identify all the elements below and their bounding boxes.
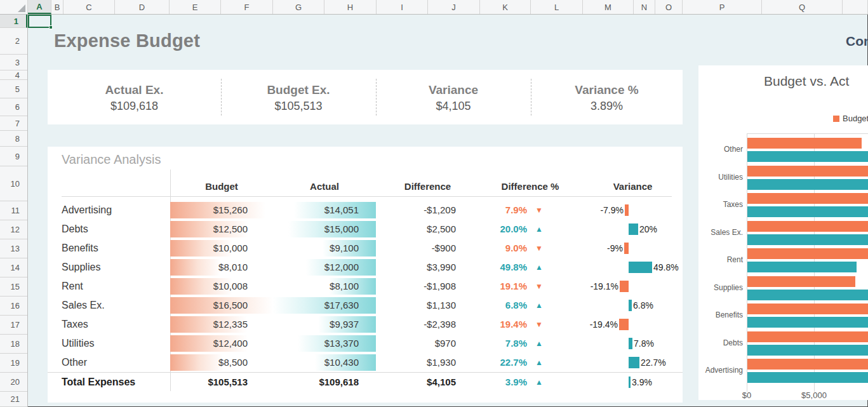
actual-cell[interactable]: $109,618 (273, 373, 376, 392)
difference-cell[interactable]: $1,930 (376, 353, 479, 372)
difference-cell[interactable]: -$1,908 (376, 277, 479, 296)
column-header-E[interactable]: E (170, 0, 221, 14)
variance-cell[interactable]: -19.4% (583, 315, 683, 334)
chart-card[interactable]: Budget vs. Act Budget OtherUtilitiesTaxe… (698, 65, 868, 400)
budget-cell[interactable]: $15,260 (170, 201, 273, 220)
row-label[interactable]: Supplies (62, 258, 168, 277)
difference-cell[interactable]: $2,500 (376, 220, 479, 239)
column-header-H[interactable]: H (324, 0, 377, 14)
column-header-F[interactable]: F (221, 0, 273, 14)
actual-cell[interactable]: $13,370 (273, 334, 376, 353)
row-header-19[interactable]: 19 (0, 354, 27, 373)
row-label[interactable]: Debts (62, 220, 168, 239)
column-header-A[interactable]: A (28, 0, 51, 14)
difference-cell[interactable]: -$900 (376, 239, 479, 258)
variance-cell[interactable]: -7.9% (583, 201, 683, 220)
column-header-L[interactable]: L (531, 0, 583, 14)
column-header-O[interactable]: O (655, 0, 683, 14)
diff-pct-cell[interactable]: 19.1% (479, 277, 527, 296)
actual-cell[interactable]: $10,430 (273, 353, 376, 372)
row-label[interactable]: Taxes (62, 315, 168, 334)
variance-cell[interactable]: 22.7% (583, 353, 683, 372)
row-label[interactable]: Rent (62, 277, 168, 296)
budget-cell[interactable]: $10,000 (170, 239, 273, 258)
diff-pct-cell[interactable]: 6.8% (479, 296, 527, 315)
column-header-P[interactable]: P (683, 0, 762, 14)
column-header-N[interactable]: N (634, 0, 655, 14)
row-header-8[interactable]: 8 (0, 131, 27, 147)
column-header-M[interactable]: M (583, 0, 634, 14)
select-all-corner[interactable] (0, 0, 28, 14)
budget-cell[interactable]: $12,500 (170, 220, 273, 239)
actual-cell[interactable]: $9,937 (273, 315, 376, 334)
actual-cell[interactable]: $9,100 (273, 239, 376, 258)
row-header-6[interactable]: 6 (0, 98, 27, 116)
row-header-13[interactable]: 13 (0, 239, 27, 258)
budget-cell[interactable]: $105,513 (170, 373, 273, 392)
column-header-Q[interactable]: Q (762, 0, 843, 14)
budget-cell[interactable]: $12,400 (170, 334, 273, 353)
diff-pct-cell[interactable]: 19.4% (479, 315, 527, 334)
row-header-18[interactable]: 18 (0, 335, 27, 354)
diff-pct-cell[interactable]: 9.0% (479, 239, 527, 258)
variance-cell[interactable]: 6.8% (583, 296, 683, 315)
row-header-11[interactable]: 11 (0, 201, 27, 220)
actual-cell[interactable]: $12,000 (273, 258, 376, 277)
column-header-D[interactable]: D (115, 0, 170, 14)
variance-cell[interactable]: 7.8% (583, 334, 683, 353)
row-header-21[interactable]: 21 (0, 392, 27, 407)
row-label[interactable]: Utilities (62, 334, 168, 353)
row-header-3[interactable]: 3 (0, 55, 27, 70)
kpi-item-variance[interactable]: Variance$4,105 (376, 70, 531, 124)
budget-cell[interactable]: $8,010 (170, 258, 273, 277)
difference-cell[interactable]: $4,105 (376, 373, 479, 392)
row-header-5[interactable]: 5 (0, 80, 27, 98)
difference-cell[interactable]: $3,990 (376, 258, 479, 277)
row-header-14[interactable]: 14 (0, 258, 27, 277)
row-header-16[interactable]: 16 (0, 297, 27, 316)
variance-cell[interactable]: -19.1% (583, 277, 683, 296)
row-header-1[interactable]: 1 (0, 15, 27, 28)
row-label[interactable]: Total Expenses (62, 373, 168, 392)
actual-cell[interactable]: $8,100 (273, 277, 376, 296)
diff-pct-cell[interactable]: 22.7% (479, 353, 527, 372)
row-label[interactable]: Advertising (62, 201, 168, 220)
variance-cell[interactable]: 3.9% (583, 373, 683, 392)
row-header-20[interactable]: 20 (0, 373, 27, 392)
kpi-item-actual-ex-[interactable]: Actual Ex.$109,618 (48, 70, 221, 124)
actual-cell[interactable]: $14,051 (273, 201, 376, 220)
row-header-15[interactable]: 15 (0, 277, 27, 297)
column-header-J[interactable]: J (428, 0, 480, 14)
budget-cell[interactable]: $16,500 (170, 296, 273, 315)
variance-cell[interactable]: 20% (583, 220, 683, 239)
row-label[interactable]: Benefits (62, 239, 168, 258)
column-header-G[interactable]: G (273, 0, 324, 14)
row-header-7[interactable]: 7 (0, 116, 27, 131)
column-header-K[interactable]: K (480, 0, 531, 14)
row-label[interactable]: Sales Ex. (62, 296, 168, 315)
actual-cell[interactable]: $15,000 (273, 220, 376, 239)
budget-cell[interactable]: $8,500 (170, 353, 273, 372)
diff-pct-cell[interactable]: 7.8% (479, 334, 527, 353)
row-header-17[interactable]: 17 (0, 316, 27, 335)
fill-handle[interactable] (49, 25, 53, 29)
column-header-B[interactable]: B (51, 0, 63, 14)
row-header-10[interactable]: 10 (0, 166, 27, 201)
diff-pct-cell[interactable]: 7.9% (479, 201, 527, 220)
diff-pct-cell[interactable]: 3.9% (479, 373, 527, 392)
kpi-item-variance-[interactable]: Variance %3.89% (531, 70, 683, 124)
kpi-item-budget-ex-[interactable]: Budget Ex.$105,513 (221, 70, 376, 124)
column-header-C[interactable]: C (63, 0, 115, 14)
budget-cell[interactable]: $10,008 (170, 277, 273, 296)
difference-cell[interactable]: -$1,209 (376, 201, 479, 220)
variance-cell[interactable]: -9% (583, 239, 683, 258)
difference-cell[interactable]: -$2,398 (376, 315, 479, 334)
row-label[interactable]: Other (62, 353, 168, 372)
budget-cell[interactable]: $12,335 (170, 315, 273, 334)
row-header-4[interactable]: 4 (0, 70, 27, 80)
column-header-blank[interactable] (843, 0, 868, 14)
column-header-I[interactable]: I (377, 0, 428, 14)
selected-cell-a1[interactable] (28, 15, 51, 28)
variance-cell[interactable]: 49.8% (583, 258, 683, 277)
row-header-2[interactable]: 2 (0, 28, 27, 55)
